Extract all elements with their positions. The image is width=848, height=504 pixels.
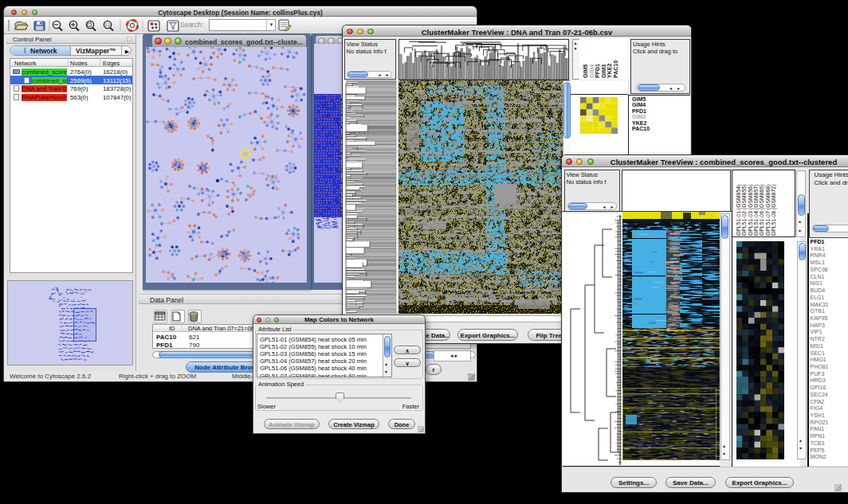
svg-text:PFD1: PFD1	[595, 64, 600, 78]
svg-text:1:1: 1:1	[105, 23, 111, 27]
svg-text:YKE2: YKE2	[607, 64, 612, 78]
svg-text:GIM4: GIM4	[589, 64, 595, 78]
svg-text:PAC10: PAC10	[613, 61, 618, 78]
svg-text:GIM3: GIM3	[601, 64, 607, 78]
svg-text:GIM5: GIM5	[583, 64, 588, 78]
svg-text:GPL51-08 (GSM872): GPL51-08 (GSM872)	[771, 184, 777, 235]
